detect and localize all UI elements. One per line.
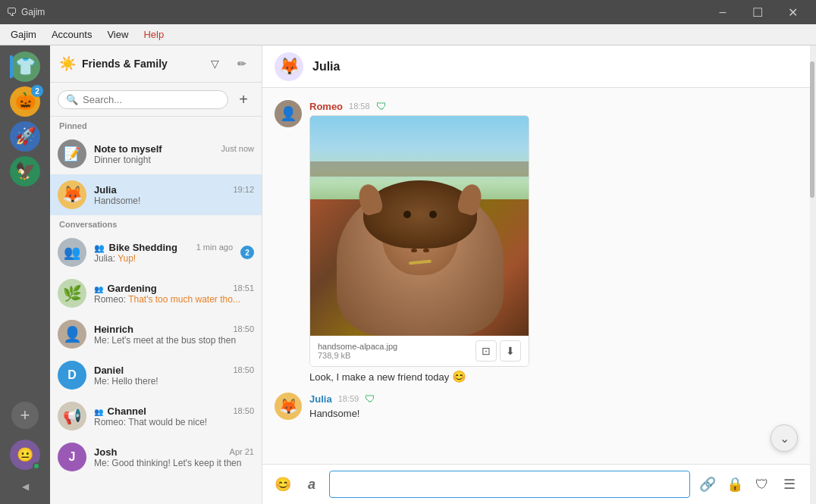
current-user-avatar[interactable]: 😐 (10, 440, 40, 470)
account-item-3[interactable]: 🚀 (10, 121, 40, 152)
account-badge-2: 2 (31, 85, 43, 97)
window-controls: – ☐ ✕ (705, 0, 810, 24)
chat-time-josh: Apr 21 (230, 447, 254, 456)
chat-item-josh[interactable]: J Josh Apr 21 Me: Good thinking! Let's k… (50, 437, 262, 477)
chat-avatar-daniel: D (58, 361, 86, 390)
chat-name-bike: 👥 Bike Shedding (94, 242, 177, 253)
alpaca-hair (363, 180, 477, 249)
chat-preview-bike: Julia: Yup! (94, 253, 233, 264)
chat-input-area: 😊 a 🔗 🔒 🛡 ☰ (262, 464, 810, 504)
conversations-section-label: Conversations (50, 215, 262, 232)
image-download-button[interactable]: ⬇ (500, 340, 521, 362)
chat-list-title: Friends & Family (82, 58, 198, 70)
input-right-icons: 🔗 🔒 🛡 ☰ (696, 473, 801, 496)
message-group-julia: 🦊 Julia 18:59 🛡 Handsome! (275, 393, 798, 420)
chat-item-note-to-myself[interactable]: 📝 Note to myself Just now Dinner tonight (50, 133, 262, 174)
maximize-button[interactable]: ☐ (740, 0, 775, 24)
account-item-4[interactable]: 🦅 (10, 156, 40, 186)
chat-preview-note: Dinner tonight (94, 155, 254, 165)
chat-avatar-josh: J (58, 443, 86, 471)
scrollbar-thumb[interactable] (810, 61, 814, 198)
account-sidebar: 👕 🎃 2 🚀 🦅 + 😐 ◀ (0, 45, 50, 504)
emoji-picker-button[interactable]: 😊 (271, 473, 294, 496)
app-icon: 🗨 (6, 6, 17, 18)
add-chat-button[interactable]: + (233, 89, 254, 110)
chat-area: 🦊 Julia 👤 Romeo 18:58 🛡 (262, 45, 810, 504)
search-bar: 🔍 + (50, 83, 262, 117)
chat-item-heinrich[interactable]: 👤 Heinrich 18:50 Me: Let's meet at the b… (50, 314, 262, 355)
account-avatar-3: 🚀 (10, 121, 40, 152)
minimize-button[interactable]: – (705, 0, 740, 24)
image-attachment: handsome-alpaca.jpg 738,9 kB ⊡ ⬇ (309, 115, 529, 367)
search-input[interactable] (83, 94, 220, 105)
menu-help[interactable]: Help (136, 26, 171, 43)
chat-time-daniel: 18:50 (233, 365, 254, 374)
account-item-1[interactable]: 👕 (10, 52, 40, 82)
scroll-to-bottom-button[interactable]: ⌄ (770, 424, 798, 452)
image-size: 738,9 kB (318, 351, 397, 360)
alpaca-right-eye (429, 211, 437, 218)
chat-time-heinrich: 18:50 (233, 324, 254, 333)
edit-button[interactable]: ✏ (231, 53, 253, 74)
app-title: Gajim (21, 7, 705, 17)
chat-info-daniel: Daniel 18:50 Me: Hello there! (94, 365, 254, 387)
julia-message-content: Julia 18:59 🛡 Handsome! (309, 393, 798, 419)
chat-name-heinrich: Heinrich (94, 324, 133, 335)
chat-messages: 👤 Romeo 18:58 🛡 (262, 88, 810, 464)
menu-accounts[interactable]: Accounts (44, 26, 99, 43)
chat-item-bike-shedding[interactable]: 👥 👥 Bike Shedding 1 min ago Julia: Yup! … (50, 232, 262, 273)
image-open-button[interactable]: ⊡ (475, 340, 497, 362)
chat-time-channel: 18:50 (233, 406, 254, 415)
chat-info-bike: 👥 Bike Shedding 1 min ago Julia: Yup! (94, 242, 233, 264)
menu-view[interactable]: View (99, 26, 136, 43)
chat-info-gardening: 👥 Gardening 18:51 Romeo: That's too much… (94, 283, 254, 305)
encryption-button[interactable]: 🔒 (723, 473, 746, 496)
main-layout: 👕 🎃 2 🚀 🦅 + 😐 ◀ ☀️ Frie (0, 45, 816, 504)
account-avatar-4: 🦅 (10, 156, 40, 186)
filter-button[interactable]: ▽ (204, 53, 225, 74)
menubar: Gajim Accounts View Help (0, 24, 816, 45)
julia-message-header: Julia 18:59 🛡 (309, 393, 798, 405)
chat-list-panel: ☀️ Friends & Family ▽ ✏ 🔍 + Pinned 📝 Not… (50, 45, 262, 504)
romeo-message-text: Look, I make a new friend today 😊 (309, 370, 798, 383)
romeo-shield-icon: 🛡 (376, 100, 387, 112)
chat-info-channel: 👥 Channel 18:50 Romeo: That would be nic… (94, 405, 254, 427)
chat-preview-julia: Handsome! (94, 196, 254, 206)
message-input[interactable] (329, 471, 690, 498)
chat-info-note: Note to myself Just now Dinner tonight (94, 143, 254, 165)
message-group-romeo: 👤 Romeo 18:58 🛡 (275, 100, 798, 383)
julia-message-text: Handsome! (309, 408, 798, 419)
chat-time-bike: 1 min ago (196, 243, 233, 252)
julia-message-time: 18:59 (338, 394, 359, 403)
romeo-message-time: 18:58 (349, 102, 370, 111)
chat-name-julia: Julia (94, 184, 117, 196)
close-button[interactable]: ✕ (775, 0, 810, 24)
chat-name-josh: Josh (94, 446, 117, 458)
text-format-button[interactable]: a (300, 473, 323, 496)
pinned-section-label: Pinned (50, 117, 262, 133)
chat-avatar-heinrich: 👤 (58, 320, 86, 349)
chat-name-note: Note to myself (94, 143, 162, 155)
attach-link-button[interactable]: 🔗 (696, 473, 719, 496)
chat-item-daniel[interactable]: D Daniel 18:50 Me: Hello there! (50, 355, 262, 396)
add-account-button[interactable]: + (11, 402, 39, 429)
chat-avatar-gardening: 🌿 (58, 279, 86, 308)
chat-name-channel: 👥 Channel (94, 405, 146, 417)
alpaca-right-nostril (423, 249, 429, 252)
more-options-button[interactable]: ☰ (778, 473, 801, 496)
chat-item-gardening[interactable]: 🌿 👥 Gardening 18:51 Romeo: That's too mu… (50, 273, 262, 314)
active-indicator (10, 55, 13, 78)
image-file-info: handsome-alpaca.jpg 738,9 kB (318, 342, 397, 360)
chat-item-julia[interactable]: 🦊 Julia 19:12 Handsome! (50, 174, 262, 215)
account-avatar-1: 👕 (10, 52, 40, 82)
search-input-wrap: 🔍 (58, 90, 228, 109)
chat-item-channel[interactable]: 📢 👥 Channel 18:50 Romeo: That would be n… (50, 396, 262, 437)
header-sun-icon: ☀️ (59, 55, 76, 72)
menu-gajim[interactable]: Gajim (3, 26, 44, 43)
chat-time-gardening: 18:51 (233, 283, 254, 293)
alpaca-image[interactable] (310, 116, 529, 336)
online-status-dot (33, 462, 40, 470)
sidebar-toggle[interactable]: ◀ (22, 481, 29, 492)
account-item-2[interactable]: 🎃 2 (10, 86, 40, 117)
omemo-shield-button[interactable]: 🛡 (751, 473, 774, 496)
